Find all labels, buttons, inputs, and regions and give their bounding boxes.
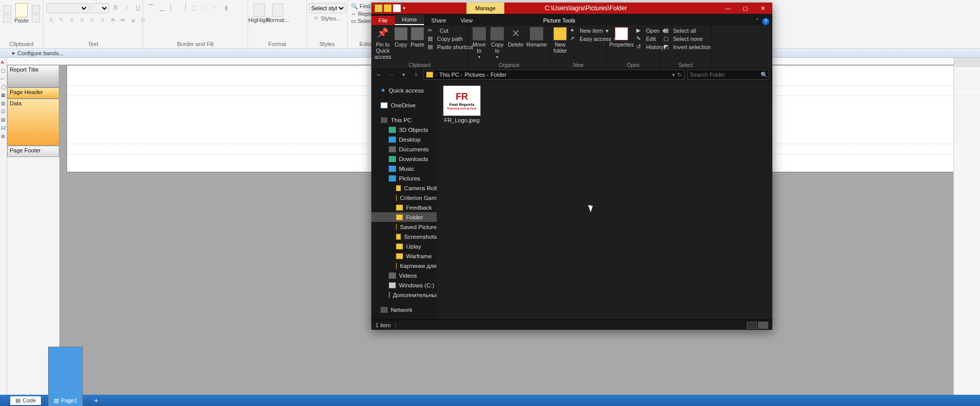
border-style-icon[interactable]: ─ [211, 3, 220, 12]
manage-contextual-tab[interactable]: Manage [466, 3, 504, 14]
tab-view[interactable]: View [453, 16, 480, 25]
help-icon[interactable]: ? [762, 18, 769, 25]
copy-icon[interactable] [3, 14, 11, 22]
tool-image-icon[interactable]: ▢ [1, 68, 6, 73]
file-list-pane[interactable]: FR Fast Reports Reporting must be Fast! … [437, 81, 772, 320]
font-color-icon[interactable]: A [47, 15, 56, 25]
crumb-folder[interactable]: Folder [491, 72, 506, 78]
copy-button[interactable]: Copy [394, 26, 408, 48]
tab-share[interactable]: Share [424, 16, 453, 25]
new-folder-button[interactable]: New folder [553, 26, 567, 54]
rename-button[interactable]: Rename [526, 26, 547, 48]
valign-bot-icon[interactable]: ⬙ [128, 15, 138, 25]
nav-documents[interactable]: Documents [371, 144, 437, 154]
band-data[interactable]: Data [7, 99, 59, 146]
close-button[interactable]: ✕ [754, 3, 771, 14]
tool-shape-icon[interactable]: ◯ [1, 84, 6, 89]
file-item[interactable]: FR Fast Reports Reporting must be Fast! … [442, 85, 482, 123]
nav-onedrive[interactable]: OneDrive [371, 100, 437, 110]
nav-kartinki[interactable]: Картинки для блс [371, 261, 437, 270]
tab-page1[interactable]: ▥ Page1 [48, 347, 83, 406]
address-dropdown-icon[interactable]: ▾ [672, 72, 675, 78]
highlight-button[interactable]: Highlight [251, 3, 268, 24]
tab-home[interactable]: Home [395, 15, 424, 25]
refresh-icon[interactable]: ↻ [677, 72, 682, 78]
band-page-footer[interactable]: Page Footer [7, 146, 59, 157]
copy-path-button[interactable]: ▥Copy path [428, 35, 473, 42]
search-box[interactable]: 🔍 [687, 70, 769, 80]
bold-button[interactable]: B [111, 3, 120, 12]
align-center-icon[interactable]: ≡ [77, 15, 86, 25]
style-select[interactable]: Select style [309, 3, 346, 13]
band-report-title[interactable]: Report Title [7, 65, 59, 87]
explorer-titlebar[interactable]: ▾ C:\Users\lagra\Pictures\Folder — ▢ ✕ [371, 3, 772, 14]
valign-mid-icon[interactable]: ⬌ [118, 15, 127, 25]
clip-extra-icon[interactable] [32, 14, 40, 22]
tool-12-icon[interactable]: 12 [1, 125, 6, 130]
pin-quick-access-button[interactable]: 📌 Pin to Quick access [374, 26, 391, 60]
underline-button[interactable]: U [133, 3, 143, 12]
move-to-button[interactable]: Move to▾ [472, 26, 486, 59]
nav-downloads[interactable]: Downloads [371, 154, 437, 164]
border-bottom-icon[interactable]: ▁ [157, 3, 166, 12]
format-painter-icon[interactable] [32, 5, 40, 13]
nav-this-pc[interactable]: This PC [371, 115, 437, 125]
band-page-header[interactable]: Page Header [7, 87, 59, 99]
tool-barcode-icon[interactable]: ▥ [1, 101, 6, 106]
select-none-button[interactable]: ▢Select none [663, 35, 711, 42]
font-family-select[interactable] [47, 3, 88, 13]
nav-feedback[interactable]: Feedback [371, 202, 437, 212]
cut-icon[interactable] [3, 5, 11, 13]
paste-button-ex[interactable]: Paste [411, 26, 425, 48]
nav-recent-button[interactable]: ▾ [399, 70, 408, 79]
italic-button[interactable]: I [122, 3, 131, 12]
view-thumbnails-button[interactable] [758, 322, 768, 329]
format-button[interactable]: Format... [270, 3, 286, 24]
nav-quick-access[interactable]: ★Quick access [371, 85, 437, 95]
nav-windows-c[interactable]: Windows (C:) [371, 280, 437, 290]
nav-network[interactable]: Network [371, 305, 437, 314]
tab-picture-tools[interactable]: Picture Tools [536, 16, 583, 25]
nav-up-button[interactable]: ↑ [411, 70, 420, 79]
fill-color-icon[interactable]: ▮ [221, 3, 231, 12]
maximize-button[interactable]: ▢ [737, 3, 754, 14]
tool-check-icon[interactable]: ☑ [1, 109, 6, 114]
nav-desktop[interactable]: Desktop [371, 134, 437, 144]
nav-dopolnitelnyy[interactable]: Дополнительный ( [371, 290, 437, 300]
address-bar[interactable]: › This PC› Pictures› Folder ▾ ↻ [424, 70, 684, 80]
border-top-icon[interactable]: ▔ [146, 3, 155, 12]
tab-file[interactable]: File [371, 16, 395, 25]
border-all-icon[interactable]: ▢ [189, 3, 198, 12]
align-right-icon[interactable]: ≡ [87, 15, 97, 25]
add-page-button[interactable]: + [90, 396, 102, 404]
nav-pictures[interactable]: Pictures [371, 173, 437, 183]
nav-camera-roll[interactable]: Camera Roll [371, 183, 437, 193]
nav-music[interactable]: Music [371, 164, 437, 173]
crumb-pictures[interactable]: Pictures› [464, 72, 488, 78]
qat-dropdown-icon[interactable]: ▾ [402, 6, 406, 11]
copy-to-button[interactable]: Copy to▾ [489, 26, 504, 59]
valign-top-icon[interactable]: ⬘ [108, 15, 117, 25]
highlight-color-icon[interactable]: ✎ [57, 15, 66, 25]
nav-folder[interactable]: Folder [371, 212, 437, 222]
tool-globe-icon[interactable]: ◍ [1, 133, 6, 139]
nav-screenshots[interactable]: Screenshots [371, 232, 437, 241]
tool-line-icon[interactable]: ─ [1, 76, 6, 81]
font-size-select[interactable] [91, 3, 109, 13]
properties-button[interactable]: Properties [610, 26, 633, 48]
nav-saved-pictures[interactable]: Saved Pictures [371, 222, 437, 232]
search-input[interactable] [690, 72, 761, 78]
folder-icon-2[interactable] [384, 4, 392, 12]
crumb-thispc[interactable]: This PC› [439, 72, 463, 78]
tool-chart-icon[interactable]: ▦ [1, 93, 6, 98]
navigation-pane[interactable]: ★Quick access OneDrive This PC 3D Object… [371, 81, 437, 320]
tool-a-icon[interactable]: A [1, 60, 6, 65]
nav-warframe[interactable]: Warframe [371, 251, 437, 261]
border-none-icon[interactable]: ⬚ [200, 3, 209, 12]
doc-icon[interactable] [393, 4, 401, 12]
border-left-icon[interactable]: ▏ [168, 3, 177, 12]
styles-button[interactable]: Styles... [321, 15, 341, 21]
styles-icon[interactable]: ☆ [314, 15, 319, 21]
tool-table-icon[interactable]: ▤ [1, 117, 6, 122]
ribbon-collapse-icon[interactable]: ˄ [756, 18, 759, 25]
